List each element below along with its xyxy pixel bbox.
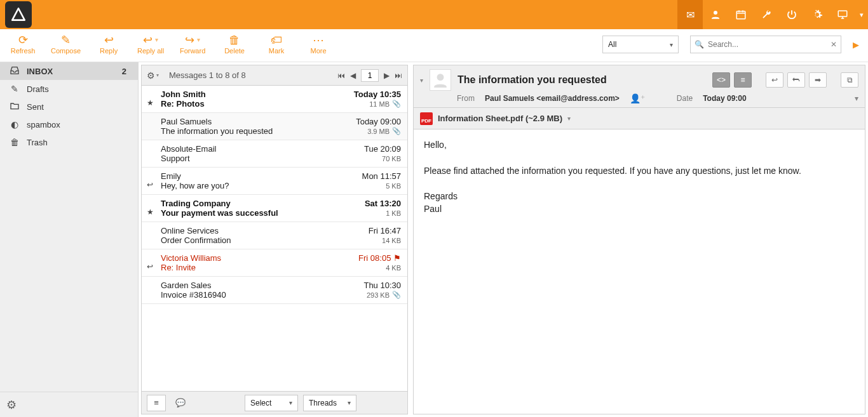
message-subject: Re: Invite xyxy=(161,263,196,272)
header-forward-button[interactable]: ➡ xyxy=(809,72,827,88)
list-gear-icon[interactable]: ⚙ xyxy=(147,70,155,81)
prev-page-icon[interactable]: ◀ xyxy=(350,71,356,80)
expand-arrow-icon[interactable]: ▶ xyxy=(853,40,859,50)
star-icon: ★ xyxy=(147,208,154,216)
mail-toolbar: ⟳ Refresh ✎ Compose ↩ Reply ↩▾ Reply all… xyxy=(0,29,868,62)
header-more-caret-icon[interactable]: ▾ xyxy=(855,94,858,103)
message-row[interactable]: ↩EmilyMon 11:57Hey, how are you?5 KB xyxy=(142,168,407,195)
tag-icon: 🏷 xyxy=(271,33,282,47)
refresh-button[interactable]: ⟳ Refresh xyxy=(9,33,37,55)
message-from: Absolute-Email xyxy=(161,144,216,154)
threads-dropdown[interactable]: Threads▾ xyxy=(303,395,356,411)
message-from: Victoria Williams xyxy=(161,253,221,263)
folder-label: Sent xyxy=(27,102,129,112)
preview-pane: ▾ The information you requested <> ≡ ↩ ⮪… xyxy=(413,65,865,414)
folder-drafts[interactable]: ✎Drafts xyxy=(0,80,138,98)
avatar-icon xyxy=(432,72,449,88)
message-row[interactable]: ↩Victoria WilliamsFri 08:05 ⚑Re: Invite4… xyxy=(142,249,407,277)
calendar-icon[interactable] xyxy=(728,0,754,29)
app-logo[interactable] xyxy=(5,1,32,28)
refresh-icon: ⟳ xyxy=(18,33,28,47)
message-row[interactable]: Garden SalesThu 10:30Invoice #3816940293… xyxy=(142,277,407,304)
folder-settings-gear-icon[interactable]: ⚙ xyxy=(6,398,17,412)
date-label: Date xyxy=(677,94,693,103)
folder-sent[interactable]: Sent xyxy=(0,98,138,116)
message-row[interactable]: ★Trading CompanySat 13:20Your payment wa… xyxy=(142,195,407,222)
forward-label: Forward xyxy=(180,47,205,55)
reply-button[interactable]: ↩ Reply xyxy=(95,33,123,55)
message-from: John Smith xyxy=(161,89,206,99)
folder-inbox[interactable]: INBOX2 xyxy=(0,62,138,80)
from-value: Paul Samuels <email@address.com> xyxy=(485,94,620,103)
message-row[interactable]: Absolute-EmailTue 20:09Support70 KB xyxy=(142,140,407,168)
compose-button[interactable]: ✎ Compose xyxy=(51,33,81,55)
user-icon[interactable] xyxy=(703,0,728,29)
more-icon: ⋯ xyxy=(313,33,324,47)
header-reply-all-button[interactable]: ⮪ xyxy=(787,72,805,88)
mark-label: Mark xyxy=(269,47,284,55)
next-page-icon[interactable]: ▶ xyxy=(384,71,390,80)
folder-label: Trash xyxy=(27,138,129,147)
settings-gear-icon[interactable] xyxy=(804,0,830,29)
add-contact-icon[interactable]: 👤⁺ xyxy=(630,93,645,103)
message-row[interactable]: Paul SamuelsToday 09:00The information y… xyxy=(142,113,407,140)
refresh-label: Refresh xyxy=(11,47,36,55)
header-reply-button[interactable]: ↩ xyxy=(766,72,783,88)
wrench-icon[interactable] xyxy=(754,0,779,29)
folder-spambox[interactable]: ◐spambox xyxy=(0,116,138,133)
forward-icon: ↪▾ xyxy=(185,33,200,47)
last-page-icon[interactable]: ⏭ xyxy=(395,71,402,80)
message-date: Fri 16:47 xyxy=(369,226,401,235)
folder-count: 2 xyxy=(122,67,129,76)
more-button[interactable]: ⋯ More xyxy=(304,33,332,55)
clear-search-icon[interactable]: ✕ xyxy=(831,40,837,49)
message-size: 11 MB 📎 xyxy=(369,100,401,108)
search-input[interactable] xyxy=(708,40,827,49)
top-bar: ✉ ▾ xyxy=(0,0,868,29)
spam-icon: ◐ xyxy=(9,119,20,129)
search-box[interactable]: 🔍 ✕ xyxy=(690,36,841,53)
open-new-window-button[interactable]: ⧉ xyxy=(841,72,858,88)
mail-app-icon[interactable]: ✉ xyxy=(677,0,703,29)
mark-button[interactable]: 🏷 Mark xyxy=(262,33,290,55)
message-row[interactable]: ★John SmithToday 10:35Re: Photos11 MB 📎 xyxy=(142,86,407,113)
power-icon[interactable] xyxy=(779,0,804,29)
message-body: Hello, Please find attached the informat… xyxy=(414,129,865,414)
monitor-icon[interactable] xyxy=(830,0,855,29)
plain-view-button[interactable]: ≡ xyxy=(734,72,752,88)
message-date: Today 10:35 xyxy=(354,89,401,99)
message-subject: The information you requested xyxy=(161,126,273,136)
top-caret-icon[interactable]: ▾ xyxy=(855,0,868,29)
folder-trash[interactable]: 🗑Trash xyxy=(0,133,138,151)
delete-button[interactable]: 🗑 Delete xyxy=(220,33,248,55)
list-view-toggle[interactable]: ≡ xyxy=(147,395,166,411)
message-row[interactable]: Online ServicesFri 16:47Order Confirmati… xyxy=(142,222,407,249)
reply-label: Reply xyxy=(100,47,118,55)
message-list-header: ⚙ ▾ Messages 1 to 8 of 8 ⏮ ◀ ▶ ⏭ xyxy=(142,65,407,86)
star-icon: ★ xyxy=(147,98,154,107)
flag-icon: ⚑ xyxy=(393,253,401,263)
filter-select[interactable]: All ▾ xyxy=(602,36,679,53)
sender-avatar xyxy=(430,69,451,91)
message-from: Emily xyxy=(161,171,181,181)
pencil-icon: ✎ xyxy=(9,84,20,94)
attachment-icon: 📎 xyxy=(392,291,401,299)
page-input[interactable] xyxy=(361,69,379,82)
message-count-label: Messages 1 to 8 of 8 xyxy=(169,70,337,80)
message-from: Paul Samuels xyxy=(161,117,212,126)
first-page-icon[interactable]: ⏮ xyxy=(337,71,345,80)
html-view-button[interactable]: <> xyxy=(712,72,730,88)
list-gear-caret-icon[interactable]: ▾ xyxy=(156,72,159,78)
reply-all-button[interactable]: ↩▾ Reply all xyxy=(137,33,165,55)
forward-button[interactable]: ↪▾ Forward xyxy=(179,33,207,55)
conversation-toggle[interactable]: 💬 xyxy=(171,395,190,411)
message-size: 293 KB 📎 xyxy=(367,291,401,299)
select-dropdown[interactable]: Select▾ xyxy=(245,395,298,411)
attachment-name[interactable]: Information Sheet.pdf (~2.9 MB) xyxy=(438,114,562,123)
attachment-icon: 📎 xyxy=(392,127,401,135)
message-size: 1 KB xyxy=(386,209,401,217)
delete-label: Delete xyxy=(224,47,245,55)
attachment-caret-icon[interactable]: ▾ xyxy=(567,115,571,122)
pencil-icon: ✎ xyxy=(61,33,71,47)
preview-collapse-icon[interactable]: ▾ xyxy=(420,77,423,84)
